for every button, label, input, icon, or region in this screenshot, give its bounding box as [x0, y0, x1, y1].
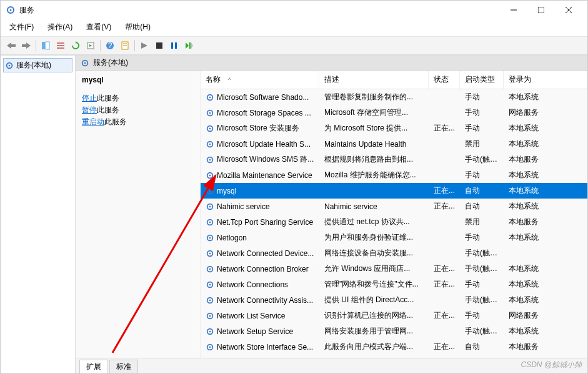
cell-desc: Maintains Update Health	[319, 139, 429, 150]
tb-help-icon[interactable]: ?	[103, 39, 117, 52]
tb-pause-icon[interactable]	[167, 39, 181, 52]
menu-view[interactable]: 查看(V)	[84, 21, 114, 34]
table-row[interactable]: Nahimic serviceNahimic service正在...自动本地系…	[201, 199, 587, 214]
tb-export-icon[interactable]	[84, 39, 97, 52]
cell-name: Net.Tcp Port Sharing Service	[201, 217, 319, 228]
cell-state	[429, 159, 460, 161]
menu-help[interactable]: 帮助(H)	[122, 21, 153, 34]
svg-marker-21	[141, 42, 147, 49]
svg-point-51	[209, 237, 211, 239]
table-row[interactable]: Mozilla Maintenance ServiceMozilla 维护服务能…	[201, 167, 587, 183]
tree-root-item[interactable]: 服务(本地)	[3, 58, 72, 72]
tab-extended[interactable]: 扩展	[79, 360, 108, 373]
services-window: 服务 文件(F) 操作(A) 查看(V) 帮助(H) ?	[0, 0, 588, 374]
cell-state	[429, 237, 460, 239]
minimize-button[interactable]	[500, 1, 527, 19]
svg-point-49	[209, 221, 211, 223]
svg-rect-23	[171, 42, 173, 49]
menu-file[interactable]: 文件(F)	[7, 21, 36, 34]
table-row[interactable]: Microsoft Windows SMS 路...根据规则将消息路由到相...…	[201, 152, 587, 167]
menu-action[interactable]: 操作(A)	[45, 21, 75, 34]
cell-start: 手动	[460, 106, 504, 119]
service-action: 重启动此服务	[82, 117, 194, 127]
tb-refresh-icon[interactable]	[69, 39, 82, 52]
nav-back-button[interactable]	[4, 39, 18, 52]
cell-logon: 本地系统	[504, 262, 587, 275]
tb-properties-icon[interactable]	[118, 39, 132, 52]
svg-point-1	[10, 9, 12, 11]
cell-start: 手动(触发...	[460, 293, 504, 307]
svg-point-33	[209, 96, 211, 98]
cell-name: Microsoft Update Health S...	[201, 139, 319, 150]
cell-start: 手动	[460, 169, 504, 182]
cell-state	[429, 299, 460, 302]
tab-standard[interactable]: 标准	[109, 360, 138, 373]
table-row[interactable]: Microsoft Store 安装服务为 Microsoft Store 提供…	[201, 121, 587, 136]
cell-state: 正在...	[429, 184, 460, 197]
tabs: 扩展 标准	[76, 358, 587, 373]
cell-logon: 本地系统	[504, 137, 587, 150]
action-link[interactable]: 重启动	[82, 117, 104, 126]
detail-panel: mysql 停止此服务暂停此服务重启动此服务	[76, 71, 201, 358]
tb-restart-icon[interactable]	[182, 39, 196, 52]
table-row[interactable]: Microsoft Software Shado...管理卷影复制服务制作的..…	[201, 89, 587, 105]
cell-state: 正在...	[429, 309, 460, 322]
cell-name: Network Connected Device...	[201, 248, 319, 259]
svg-point-41	[209, 159, 211, 160]
services-app-icon	[6, 5, 16, 15]
table-row[interactable]: Microsoft Update Health S...Maintains Up…	[201, 136, 587, 152]
svg-rect-9	[46, 42, 49, 49]
cell-state	[429, 174, 460, 177]
cell-logon: 网络服务	[504, 106, 587, 119]
list-header: 名称^ 描述 状态 启动类型 登录为	[201, 71, 587, 89]
close-button[interactable]	[555, 1, 582, 19]
table-row[interactable]: Microsoft Storage Spaces ...Microsoft 存储…	[201, 105, 587, 121]
table-row[interactable]: Network Connectivity Assis...提供 UI 组件的 D…	[201, 292, 587, 308]
tree-root-label: 服务(本地)	[16, 60, 51, 71]
content-area: 服务(本地) 服务(本地) mysql 停止此服务暂停此服务重启动此服务 名称^…	[1, 55, 587, 373]
maximize-button[interactable]	[527, 1, 555, 19]
table-row[interactable]: Network Store Interface Se...此服务向用户模式客户端…	[201, 339, 587, 355]
tb-details-icon[interactable]	[39, 39, 52, 52]
table-row[interactable]: Network List Service识别计算机已连接的网络...正在...手…	[201, 308, 587, 323]
svg-point-53	[209, 252, 211, 254]
cell-name: Network Connection Broker	[201, 263, 319, 275]
services-list: 名称^ 描述 状态 启动类型 登录为 Microsoft Software Sh…	[201, 71, 587, 358]
nav-forward-button[interactable]	[19, 39, 33, 52]
table-row[interactable]: Net.Tcp Port Sharing Service提供通过 net.tcp…	[201, 214, 587, 230]
column-header-name[interactable]: 名称^	[201, 71, 319, 89]
table-row[interactable]: Network Connected Device...网络连接设备自动安装服..…	[201, 245, 587, 261]
column-header-desc[interactable]: 描述	[319, 71, 429, 89]
cell-name: Netlogon	[201, 232, 319, 244]
column-header-logon[interactable]: 登录为	[504, 71, 587, 89]
table-row[interactable]: Network Connection Broker允许 Windows 应用商店…	[201, 261, 587, 277]
pane-header-title: 服务(本地)	[93, 57, 128, 68]
svg-marker-25	[186, 42, 189, 49]
table-row[interactable]: mysql正在...自动本地系统	[201, 183, 587, 199]
tb-start-icon[interactable]	[137, 39, 151, 52]
tb-stop-icon[interactable]	[152, 39, 166, 52]
cell-name: Network Connections	[201, 279, 319, 290]
cell-start: 禁用	[460, 215, 504, 229]
left-tree-pane: 服务(本地)	[1, 56, 76, 373]
svg-point-61	[209, 315, 211, 317]
cell-desc: 此服务向用户模式客户端...	[319, 340, 429, 353]
cell-desc: 根据规则将消息路由到相...	[319, 153, 429, 166]
list-rows[interactable]: Microsoft Software Shado...管理卷影复制服务制作的..…	[201, 89, 587, 358]
action-link[interactable]: 暂停	[82, 106, 97, 114]
cell-start: 手动(触发...	[460, 153, 504, 166]
column-header-start[interactable]: 启动类型	[460, 71, 504, 89]
cell-desc	[319, 190, 429, 192]
pane-header: 服务(本地)	[76, 56, 587, 71]
tb-list-icon[interactable]	[54, 39, 67, 52]
cell-state	[429, 96, 460, 99]
table-row[interactable]: Network Connections管理"网络和拨号连接"文件...正在...…	[201, 277, 587, 292]
selected-service-name: mysql	[82, 76, 194, 84]
table-row[interactable]: Netlogon为用户和服务身份验证维...手动本地系统	[201, 230, 587, 245]
table-row[interactable]: Network Setup Service网络安装服务用于管理网...手动(触发…	[201, 323, 587, 339]
column-header-state[interactable]: 状态	[429, 71, 460, 89]
svg-rect-26	[189, 42, 191, 49]
cell-logon: 本地服务	[504, 153, 587, 166]
cell-desc: 提供通过 net.tcp 协议共...	[319, 215, 429, 229]
action-link[interactable]: 停止	[82, 94, 97, 102]
